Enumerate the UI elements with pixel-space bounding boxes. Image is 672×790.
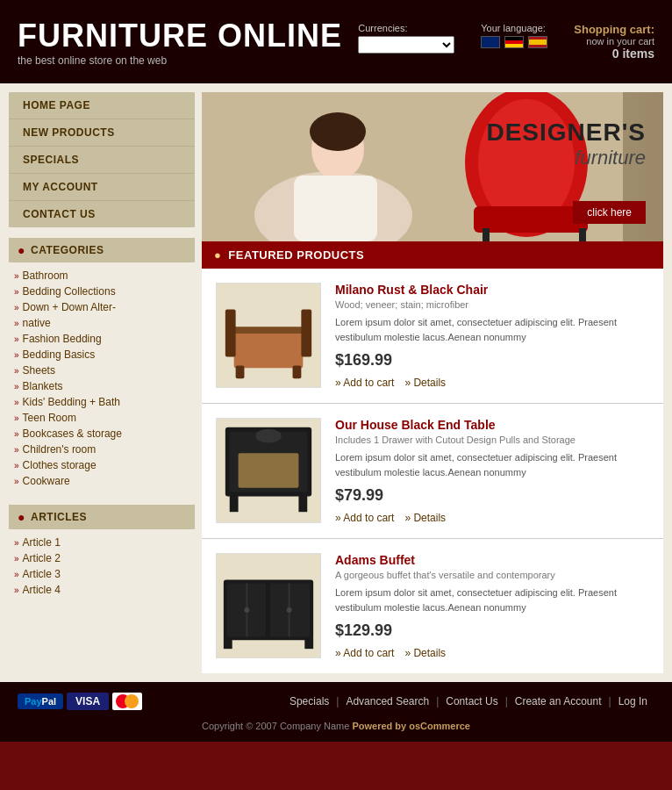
header: FURNITURE ONLINE the best online store o… <box>0 0 672 83</box>
product-actions: Add to cart Details <box>335 377 649 389</box>
list-item: »Sheets <box>9 363 195 378</box>
product-subtitle: Wood; veneer; stain; microfiber <box>335 299 649 310</box>
mc-circle-yellow <box>125 694 139 708</box>
arrow-icon: » <box>14 585 19 595</box>
footer-link[interactable]: Advanced Search <box>339 695 436 707</box>
nav-menu: HOME PAGENEW PRODUCTSSPECIALSMY ACCOUNTC… <box>9 92 195 227</box>
product-description: Lorem ipsum dolor sit amet, consectetuer… <box>335 450 649 479</box>
product-image <box>216 553 321 658</box>
categories-section: ● CATEGORIES »Bathroom»Bedding Collectio… <box>9 238 195 494</box>
product-details-link[interactable]: Details <box>404 512 446 524</box>
content-area: HOME PAGENEW PRODUCTSSPECIALSMY ACCOUNTC… <box>9 92 663 673</box>
flag-de[interactable] <box>504 36 524 48</box>
list-item: »native <box>9 315 195 331</box>
article-link[interactable]: Article 3 <box>23 568 61 580</box>
list-item: »Article 2 <box>9 550 195 566</box>
arrow-icon: » <box>14 287 19 297</box>
category-link[interactable]: Down + Down Alter- <box>23 301 116 313</box>
product-description: Lorem ipsum dolor sit amet, consectetuer… <box>335 315 649 344</box>
category-link[interactable]: Bedding Basics <box>23 348 96 361</box>
product-image <box>216 283 321 388</box>
svg-rect-32 <box>224 638 232 649</box>
cart-status: now in your cart <box>574 36 654 47</box>
table-row: Our House Black End Table Includes 1 Dra… <box>202 404 663 539</box>
cart-items: 0 items <box>574 47 654 61</box>
category-link[interactable]: Clothes storage <box>23 459 97 471</box>
product-price: $129.99 <box>335 621 649 640</box>
footer-link[interactable]: Contact Us <box>439 695 504 707</box>
category-link[interactable]: Bathroom <box>23 269 68 282</box>
visa-badge: VISA <box>67 693 109 710</box>
product-price: $169.99 <box>335 351 649 370</box>
list-item: »Article 4 <box>9 582 195 598</box>
product-name[interactable]: Adams Buffet <box>335 553 649 567</box>
banner-text: DESIGNER'S furniture <box>486 118 646 169</box>
product-details-link[interactable]: Details <box>404 377 446 389</box>
arrow-icon: » <box>14 271 19 281</box>
svg-rect-20 <box>239 453 299 487</box>
svg-rect-22 <box>230 495 239 513</box>
article-link[interactable]: Article 4 <box>23 584 61 596</box>
svg-rect-13 <box>225 310 236 357</box>
add-to-cart-button[interactable]: Add to cart <box>335 647 394 659</box>
language-flags <box>481 36 547 48</box>
svg-rect-12 <box>234 334 304 368</box>
category-link[interactable]: Bookcases & storage <box>23 427 122 440</box>
category-link[interactable]: Bedding Collections <box>23 285 116 298</box>
footer-copyright: Copyright © 2007 Company Name Powered by… <box>18 721 654 731</box>
currency-label: Currencies: <box>358 23 454 33</box>
category-link[interactable]: Fashion Bedding <box>23 333 102 345</box>
cart-link[interactable]: Shopping cart: <box>574 23 654 36</box>
category-link[interactable]: Cookware <box>23 475 70 487</box>
arrow-icon: » <box>14 382 19 391</box>
svg-rect-33 <box>304 638 313 649</box>
article-link[interactable]: Article 1 <box>23 536 61 549</box>
arrow-icon: » <box>14 303 19 312</box>
category-link[interactable]: Children's room <box>23 443 97 456</box>
add-to-cart-button[interactable]: Add to cart <box>335 512 394 524</box>
category-link[interactable]: Blankets <box>23 380 63 392</box>
nav-item-home-page[interactable]: HOME PAGE <box>9 92 195 119</box>
currency-select[interactable]: USD EUR GBP <box>358 36 454 54</box>
category-link[interactable]: Sheets <box>23 364 55 377</box>
arrow-icon: » <box>14 334 19 344</box>
list-item: »Cookware <box>9 473 195 489</box>
nav-item-my-account[interactable]: MY ACCOUNT <box>9 174 195 201</box>
footer-link[interactable]: Specials <box>282 695 336 707</box>
article-link[interactable]: Article 2 <box>23 552 61 564</box>
list-item: »Down + Down Alter- <box>9 299 195 315</box>
svg-rect-15 <box>236 365 245 378</box>
sidebar: HOME PAGENEW PRODUCTSSPECIALSMY ACCOUNTC… <box>9 92 202 673</box>
category-link[interactable]: Teen Room <box>23 412 76 424</box>
category-link[interactable]: Kids' Bedding + Bath <box>23 396 120 408</box>
list-item: »Bookcases & storage <box>9 426 195 442</box>
articles-title: ● ARTICLES <box>9 505 195 529</box>
language-block: Your language: <box>481 23 547 48</box>
arrow-icon: » <box>14 398 19 407</box>
svg-rect-16 <box>293 365 302 378</box>
banner-button[interactable]: click here <box>573 201 646 224</box>
product-name[interactable]: Milano Rust & Black Chair <box>335 283 649 297</box>
arrow-icon: » <box>14 319 19 328</box>
arrow-icon: » <box>14 461 19 470</box>
add-to-cart-button[interactable]: Add to cart <box>335 377 394 389</box>
product-details-link[interactable]: Details <box>404 647 446 659</box>
nav-item-specials[interactable]: SPECIALS <box>9 147 195 174</box>
nav-item-contact-us[interactable]: CONTACT US <box>9 201 195 227</box>
flag-uk[interactable] <box>481 36 500 48</box>
product-name[interactable]: Our House Black End Table <box>335 418 649 432</box>
footer-link[interactable]: Create an Account <box>508 695 609 707</box>
product-actions: Add to cart Details <box>335 512 649 524</box>
product-image <box>216 418 321 523</box>
category-link[interactable]: native <box>23 317 51 329</box>
footer-top: PayPal VISA Specials | Advanced Search |… <box>18 693 654 717</box>
product-details: Adams Buffet A gorgeous buffet that's ve… <box>335 553 649 659</box>
nav-item-new-products[interactable]: NEW PRODUCTS <box>9 119 195 147</box>
currency-block: Currencies: USD EUR GBP <box>358 23 454 54</box>
banner-line1: DESIGNER'S <box>486 118 646 147</box>
powered-link[interactable]: Powered by osCommerce <box>352 721 470 731</box>
flag-es[interactable] <box>528 36 547 48</box>
arrow-icon: » <box>14 570 19 579</box>
footer-link[interactable]: Log In <box>611 695 654 707</box>
featured-bullet: ● <box>214 248 221 262</box>
